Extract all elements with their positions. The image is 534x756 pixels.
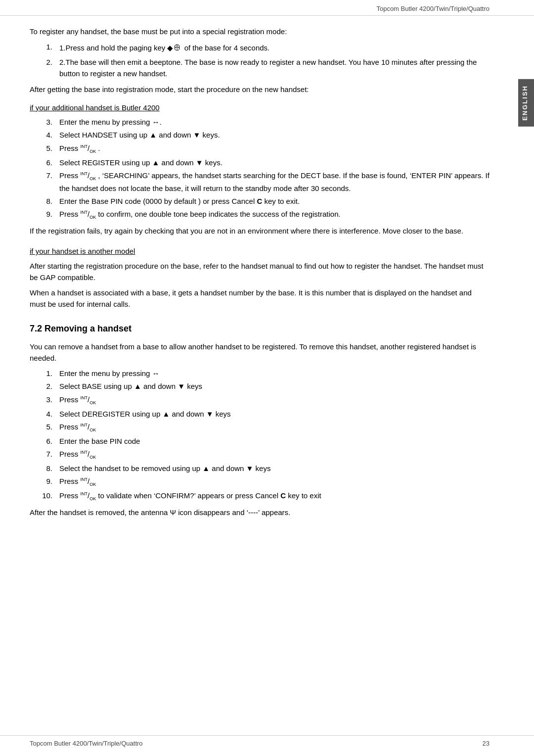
butler-heading: if your additional handset is Butler 420… [30,102,490,113]
other-para2: When a handset is associated with a base… [30,287,490,310]
intro-line1: To register any handset, the base must b… [30,26,490,37]
list-item: 7. Press INT/OK , ‘SEARCHING’ appears, t… [30,170,490,194]
list-item: 3. Press INT/OK [30,394,490,407]
list-item: 8. Select the handset to be removed usin… [30,463,490,474]
list-item: 5. Press INT/OK . [30,142,490,155]
main-content: To register any handset, the base must b… [0,16,534,532]
footer-left: Topcom Butler 4200/Twin/Triple/Quattro [30,740,143,747]
header-title: Topcom Butler 4200/Twin/Triple/Quattro [376,5,490,12]
fail-text: If the registration fails, try again by … [30,225,490,236]
intro-steps: 1. 1.Press and hold the paging key ◆ꇩ of… [30,41,490,79]
other-para1: After starting the registration procedur… [30,260,490,284]
section-72-heading: 7.2 Removing a handset [30,322,490,336]
section-72-after: After the handset is removed, the antenn… [30,507,490,518]
butler-steps: 3. Enter the menu by pressing ↔. 4. Sele… [30,116,490,221]
footer-right: 23 [483,740,490,747]
list-item: 5. Press INT/OK [30,421,490,434]
list-item: 7. Press INT/OK [30,448,490,461]
list-item: 9. Press INT/OK [30,475,490,488]
list-item: 9. Press INT/OK to confirm, one double t… [30,208,490,221]
list-item: 4. Select DEREGISTER using up ▲ and down… [30,408,490,420]
other-heading: if your handset is another model [30,245,490,257]
page: Topcom Butler 4200/Twin/Triple/Quattro E… [0,0,534,756]
page-footer: Topcom Butler 4200/Twin/Triple/Quattro 2… [0,735,534,747]
list-item: 2. Select BASE using up ▲ and down ▼ key… [30,380,490,392]
page-header: Topcom Butler 4200/Twin/Triple/Quattro [0,0,534,16]
list-item: 2. 2.The base will then emit a beeptone.… [30,56,490,80]
remove-steps: 1. Enter the menu by pressing ↔ 2. Selec… [30,368,490,503]
list-item: 1. 1.Press and hold the paging key ◆ꇩ of… [30,41,490,55]
section-72-intro: You can remove a handset from a base to … [30,341,490,364]
list-item: 6. Select REGISTER using up ▲ and down ▼… [30,157,490,168]
list-item: 10. Press INT/OK to validate when ‘CONFI… [30,490,490,503]
list-item: 4. Select HANDSET using up ▲ and down ▼ … [30,129,490,141]
list-item: 1. Enter the menu by pressing ↔ [30,368,490,379]
list-item: 3. Enter the menu by pressing ↔. [30,116,490,128]
language-tab: ENGLISH [518,79,534,127]
intro-after: After getting the base into registration… [30,84,490,95]
list-item: 8. Enter the Base PIN code (0000 by defa… [30,195,490,207]
list-item: 6. Enter the base PIN code [30,435,490,447]
